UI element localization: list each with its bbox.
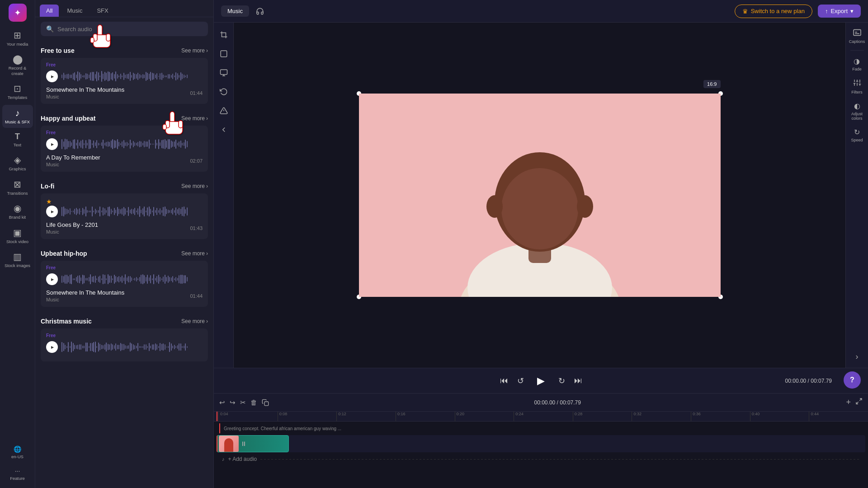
- play-btn-christmas[interactable]: ▶: [46, 341, 58, 353]
- delete-btn[interactable]: 🗑: [250, 399, 257, 406]
- language-icon: 🌐: [14, 446, 21, 452]
- speed-panel-item[interactable]: ↻ Speed: [849, 125, 864, 145]
- play-pause-btn[interactable]: ▶: [533, 373, 549, 389]
- sidebar-item-feature[interactable]: ··· Feature: [2, 464, 33, 484]
- rewind-btn[interactable]: ↺: [517, 376, 524, 386]
- forward-btn[interactable]: ↻: [558, 376, 565, 386]
- aspect-ratio-badge: 16:9: [703, 80, 720, 88]
- skip-start-btn[interactable]: ⏮: [500, 376, 508, 385]
- sidebar-item-transitions[interactable]: ⊠ Transitions: [2, 176, 33, 199]
- captions-panel-item[interactable]: Captions: [847, 26, 867, 47]
- play-btn-mountains-1[interactable]: ▶: [46, 70, 58, 82]
- play-btn-mountains-2[interactable]: ▶: [46, 273, 58, 285]
- stock-images-icon: ▥: [13, 252, 22, 261]
- play-btn-remember[interactable]: ▶: [46, 138, 58, 150]
- clip-thumbnail-1: [219, 436, 239, 452]
- free-badge-hiphop: Free: [46, 265, 203, 270]
- rotate-tool-btn[interactable]: [215, 83, 232, 100]
- playhead-3: [217, 435, 217, 452]
- back-tool-btn[interactable]: [215, 121, 232, 138]
- svg-line-28: [856, 402, 859, 404]
- undo-btn[interactable]: ↩: [219, 399, 225, 407]
- sidebar-item-music-sfx[interactable]: ♪ Music & SFX: [2, 105, 33, 128]
- music-note-icon: ♪: [222, 456, 225, 462]
- premium-badge-life: ★: [46, 198, 203, 205]
- export-label: Export: [830, 8, 848, 14]
- music-tab[interactable]: Music: [221, 5, 249, 17]
- waveform-christmas: [61, 341, 203, 353]
- sidebar-label-stock-images: Stock images: [5, 263, 30, 268]
- audio-settings-btn[interactable]: [253, 4, 267, 19]
- help-button[interactable]: ?: [844, 371, 861, 389]
- track-type-mountains-1: Music: [46, 94, 124, 99]
- preview-tools: [214, 23, 234, 368]
- waveform-mountains-2: [61, 273, 203, 286]
- app-logo[interactable]: ✦: [9, 4, 27, 22]
- skip-end-btn[interactable]: ⏭: [574, 376, 582, 385]
- section-hiphop-header: Upbeat hip-hop See more ›: [41, 244, 208, 261]
- music-icon: ♪: [15, 108, 20, 117]
- record-icon: ⬤: [13, 55, 23, 64]
- audio-track-empty: [260, 459, 860, 460]
- zoom-fit-btn[interactable]: [855, 398, 863, 407]
- sidebar-item-stock-images[interactable]: ▥ Stock images: [2, 249, 33, 272]
- switch-plan-label: Switch to a new plan: [751, 8, 805, 14]
- see-more-christmas[interactable]: See more ›: [181, 318, 208, 324]
- track-info-mountains-1: Somewhere In The Mountains Music 01:44: [46, 86, 203, 99]
- zoom-in-btn[interactable]: +: [846, 398, 851, 407]
- upload-icon: ↑: [825, 8, 828, 14]
- track-card-mountains-1: Free ▶ Somewhere In The Mountains Music …: [41, 58, 208, 104]
- crown-icon: ♛: [742, 8, 748, 15]
- top-bar-left: Music: [221, 4, 267, 19]
- tab-sfx[interactable]: SFX: [90, 5, 114, 17]
- screen-tool-btn[interactable]: [215, 64, 232, 81]
- collapse-panel-btn[interactable]: ›: [854, 349, 860, 364]
- svg-rect-1: [220, 70, 227, 75]
- main-content: Music ♛ Switch to a new plan ↑ Export ▾: [214, 0, 868, 488]
- search-bar-area: 🔍: [35, 17, 213, 41]
- search-input-wrap[interactable]: 🔍: [41, 22, 208, 36]
- see-more-lofi[interactable]: See more ›: [181, 183, 208, 189]
- switch-plan-button[interactable]: ♛ Switch to a new plan: [735, 5, 812, 18]
- resize-tool-btn[interactable]: [215, 45, 232, 62]
- sidebar-item-record-create[interactable]: ⬤ Record & create: [2, 51, 33, 80]
- pause-clip-btn[interactable]: ⏸: [241, 440, 247, 447]
- section-happy-upbeat-header: Happy and upbeat See more ›: [41, 108, 208, 126]
- track-type-remember: Music: [46, 162, 100, 167]
- cut-btn[interactable]: ✂: [240, 399, 246, 407]
- sidebar-item-stock-video[interactable]: ▣ Stock video: [2, 225, 33, 248]
- adjust-colors-panel-item[interactable]: ◐ Adjust colors: [846, 99, 868, 123]
- audio-tabs: All Music SFX: [35, 0, 213, 17]
- tab-music[interactable]: Music: [61, 5, 89, 17]
- play-icon: ▶: [51, 345, 54, 349]
- sidebar-item-text[interactable]: T Text: [2, 129, 33, 151]
- sidebar-item-brand-kit[interactable]: ◉ Brand kit: [2, 200, 33, 223]
- track-card-christmas: Free ▶: [41, 328, 208, 361]
- see-more-free-to-use[interactable]: See more ›: [181, 47, 208, 54]
- sidebar-item-your-media[interactable]: ⊞ Your media: [2, 27, 33, 50]
- adjust-colors-icon: ◐: [854, 102, 860, 110]
- sidebar-item-en-us[interactable]: 🌐 en-US: [2, 442, 33, 463]
- track-info-remember: A Day To Remember Music 02:07: [46, 154, 203, 167]
- sidebar-label-stock-video: Stock video: [6, 239, 28, 244]
- video-clip[interactable]: ⏸: [217, 435, 289, 452]
- thumb-person: [224, 438, 233, 452]
- export-button[interactable]: ↑ Export ▾: [818, 5, 861, 18]
- duplicate-btn[interactable]: [262, 399, 269, 406]
- total-time: 00:07.79: [811, 378, 832, 384]
- fade-panel-item[interactable]: ◑ Fade: [850, 54, 863, 74]
- add-audio-btn[interactable]: + Add audio: [228, 456, 257, 462]
- video-label-track: Greeting concept. Cheerful african ameri…: [217, 423, 865, 433]
- sidebar-item-templates[interactable]: ⊡ Templates: [2, 80, 33, 103]
- alert-tool-btn[interactable]: [215, 102, 232, 119]
- play-btn-life[interactable]: ▶: [46, 206, 58, 217]
- search-input[interactable]: [57, 26, 203, 33]
- filters-panel-item[interactable]: Filters: [849, 76, 864, 97]
- see-more-hiphop[interactable]: See more ›: [181, 250, 208, 257]
- tab-all[interactable]: All: [40, 5, 59, 17]
- sidebar-item-graphics[interactable]: ◈ Graphics: [2, 152, 33, 175]
- see-more-happy-upbeat[interactable]: See more ›: [181, 115, 208, 122]
- crop-tool-btn[interactable]: [215, 26, 232, 43]
- video-label: Greeting concept. Cheerful african ameri…: [224, 426, 341, 431]
- redo-btn[interactable]: ↪: [230, 399, 236, 407]
